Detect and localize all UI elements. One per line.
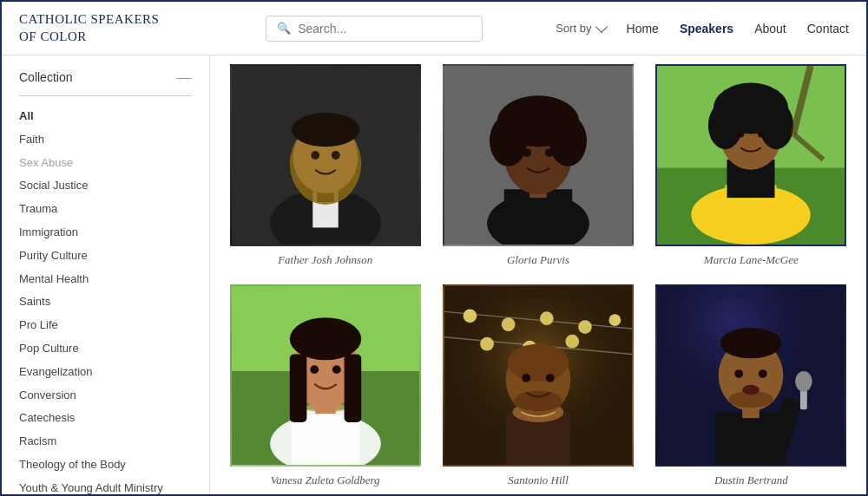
nav-speakers[interactable]: Speakers [680, 22, 733, 36]
svg-point-45 [310, 365, 319, 374]
svg-point-18 [545, 148, 554, 157]
svg-point-8 [291, 113, 359, 147]
speaker-photo-dustin [655, 284, 846, 467]
sidebar-collapse-button[interactable]: — [176, 69, 192, 85]
svg-point-80 [742, 385, 760, 395]
sidebar-item-immigration[interactable]: Immigration [19, 221, 192, 245]
speaker-photo-vanesa [230, 284, 421, 467]
svg-point-6 [311, 151, 319, 160]
speaker-photo-santonio [443, 284, 634, 467]
main-layout: Collection — All Faith Sex Abuse Social … [2, 55, 866, 496]
speakers-grid: Father Josh Johnson [227, 64, 849, 487]
svg-point-78 [735, 369, 744, 378]
speaker-card-vanesa[interactable]: Vanesa Zuleta Goldberg [227, 284, 423, 487]
speaker-card-marcia[interactable]: Marcia Lane-McGee [654, 64, 849, 267]
speaker-name-vanesa: Vanesa Zuleta Goldberg [271, 473, 380, 487]
sidebar-item-trauma[interactable]: Trauma [19, 198, 192, 221]
svg-point-28 [708, 101, 742, 149]
header: CATHOLIC SPEAKERS OF COLOR 🔍 Sort by Hom… [2, 2, 866, 55]
nav-home[interactable]: Home [627, 22, 659, 36]
sidebar-item-saints[interactable]: Saints [19, 290, 192, 314]
sidebar-item-purity-culture[interactable]: Purity Culture [19, 245, 192, 268]
logo-line2: OF COLOR [19, 29, 87, 43]
sort-by-label: Sort by [556, 22, 591, 35]
nav-about[interactable]: About [754, 22, 786, 36]
speakers-content: Father Josh Johnson [210, 55, 866, 496]
svg-rect-42 [289, 354, 306, 422]
svg-point-76 [720, 328, 782, 358]
svg-rect-43 [344, 354, 361, 422]
svg-point-79 [759, 369, 767, 378]
sort-by-control[interactable]: Sort by [556, 22, 605, 35]
site-logo: CATHOLIC SPEAKERS OF COLOR [19, 11, 193, 45]
speaker-name-marcia: Marcia Lane-McGee [704, 253, 799, 267]
svg-point-64 [514, 391, 562, 412]
sidebar-header: Collection — [19, 69, 192, 85]
sidebar-divider [19, 95, 192, 96]
sidebar-item-social-justice[interactable]: Social Justice [19, 174, 192, 198]
svg-point-15 [490, 115, 527, 166]
sidebar-item-youth-ministry[interactable]: Youth & Young Adult Ministry [19, 477, 192, 496]
search-input[interactable] [298, 22, 471, 36]
speaker-name-father-josh: Father Josh Johnson [278, 253, 372, 267]
sidebar-item-faith[interactable]: Faith [19, 128, 192, 152]
search-icon: 🔍 [277, 22, 291, 36]
svg-point-46 [332, 365, 341, 374]
sidebar-item-catechesis[interactable]: Catechesis [19, 407, 192, 430]
speaker-name-gloria: Gloria Purvis [507, 253, 569, 267]
sidebar-item-sex-abuse[interactable]: Sex Abuse [19, 152, 192, 175]
speaker-card-father-josh[interactable]: Father Josh Johnson [227, 64, 423, 267]
sidebar-item-mental-health[interactable]: Mental Health [19, 268, 192, 291]
svg-point-16 [549, 115, 587, 166]
svg-point-29 [760, 101, 793, 149]
speaker-photo-father-josh [230, 64, 421, 246]
sidebar-item-theology-body[interactable]: Theology of the Body [19, 454, 192, 477]
sidebar-item-pop-culture[interactable]: Pop Culture [19, 337, 192, 361]
svg-point-73 [795, 371, 812, 392]
svg-point-66 [546, 374, 555, 382]
sidebar: Collection — All Faith Sex Abuse Social … [2, 55, 210, 496]
nav-links: Sort by Home Speakers About Contact [556, 22, 849, 36]
sidebar-item-all[interactable]: All [19, 105, 192, 128]
logo-line1: CATHOLIC SPEAKERS [19, 12, 159, 26]
sidebar-item-conversion[interactable]: Conversion [19, 384, 192, 408]
speaker-card-gloria[interactable]: Gloria Purvis [440, 64, 635, 267]
sort-chevron-icon [595, 21, 607, 33]
speaker-name-santonio: Santonio Hill [508, 473, 569, 487]
svg-point-17 [523, 148, 531, 157]
speaker-photo-marcia [655, 64, 846, 246]
speaker-card-dustin[interactable]: Dustin Bertrand [654, 284, 849, 487]
speaker-photo-gloria [443, 64, 634, 246]
svg-point-30 [738, 131, 745, 138]
speaker-card-santonio[interactable]: Santonio Hill [440, 284, 635, 487]
sidebar-item-racism[interactable]: Racism [19, 430, 192, 454]
svg-point-31 [758, 131, 765, 138]
svg-point-65 [522, 374, 530, 382]
svg-point-7 [332, 151, 340, 160]
sidebar-title: Collection [19, 70, 72, 84]
search-bar-container: 🔍 [210, 16, 538, 42]
sidebar-item-pro-life[interactable]: Pro Life [19, 314, 192, 337]
svg-point-63 [508, 344, 569, 382]
speaker-name-dustin: Dustin Bertrand [714, 473, 788, 487]
search-wrapper[interactable]: 🔍 [266, 16, 483, 42]
nav-contact[interactable]: Contact [807, 22, 849, 36]
sidebar-item-evangelization[interactable]: Evangelization [19, 361, 192, 384]
svg-point-44 [289, 317, 360, 360]
